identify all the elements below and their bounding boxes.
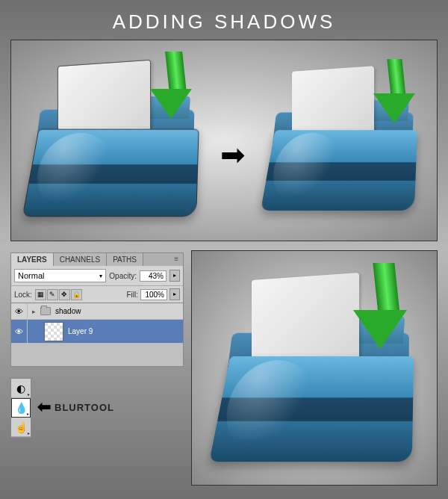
dodge-tool-icon[interactable]: ◐▸ — [11, 379, 31, 398]
smudge-tool-icon[interactable]: ☝▸ — [11, 418, 31, 437]
comparison-panel: ➡ — [10, 40, 438, 241]
opacity-label: Opacity: — [109, 272, 137, 280]
result-panel — [191, 250, 438, 486]
folder-before — [19, 48, 213, 235]
layer-thumbnail — [44, 322, 63, 341]
blur-tool-callout: ⬅ BLURTOOL — [37, 397, 114, 417]
group-name: shadow — [55, 307, 81, 315]
tools-strip: ◐▸ 💧▸ ☝▸ — [10, 378, 31, 438]
layer-name: Layer 9 — [68, 327, 93, 335]
folder-result — [207, 258, 431, 483]
tab-layers[interactable]: LAYERS — [11, 253, 54, 266]
folder-after — [258, 55, 429, 227]
visibility-toggle[interactable]: 👁 — [11, 303, 28, 319]
transition-arrow-icon: ➡ — [220, 137, 246, 172]
opacity-flyout-icon[interactable]: ▸ — [169, 270, 180, 282]
folder-icon — [40, 307, 51, 315]
layers-panel: LAYERS CHANNELS PATHS ≡ Normal ▾ Opacity… — [10, 252, 184, 367]
blur-tool-icon[interactable]: 💧▸ — [11, 398, 31, 418]
lock-all-icon[interactable]: 🔒 — [71, 289, 82, 300]
fill-label: Fill: — [126, 291, 138, 299]
visibility-toggle[interactable]: 👁 — [11, 320, 28, 343]
layer-row[interactable]: 👁 Layer 9 — [11, 320, 183, 344]
pointer-arrow-icon: ⬅ — [37, 397, 52, 417]
download-arrow-icon — [155, 52, 197, 126]
blend-mode-select[interactable]: Normal ▾ — [14, 269, 106, 282]
download-arrow-icon — [359, 263, 413, 357]
lock-paint-icon[interactable]: ✎ — [47, 289, 58, 300]
eye-icon: 👁 — [15, 327, 23, 336]
layers-empty-area — [11, 344, 183, 366]
download-arrow-icon — [378, 59, 416, 128]
blend-mode-value: Normal — [18, 271, 44, 280]
panel-menu-icon[interactable]: ≡ — [169, 253, 183, 266]
panel-tabs: LAYERS CHANNELS PATHS ≡ — [11, 253, 183, 266]
tab-paths[interactable]: PATHS — [107, 253, 143, 266]
tab-channels[interactable]: CHANNELS — [54, 253, 107, 266]
expand-triangle-icon[interactable]: ▸ — [32, 308, 36, 315]
lock-position-icon[interactable]: ✥ — [59, 289, 70, 300]
lock-transparent-icon[interactable]: ▦ — [35, 289, 46, 300]
chevron-down-icon: ▾ — [99, 273, 102, 279]
eye-icon: 👁 — [15, 307, 23, 316]
fill-flyout-icon[interactable]: ▸ — [169, 288, 180, 300]
layer-group-row[interactable]: 👁 ▸ shadow — [11, 303, 183, 320]
fill-input[interactable]: 100% — [140, 289, 167, 300]
blur-tool-label: BLURTOOL — [55, 402, 114, 413]
page-title: ADDING SHADOWS — [0, 0, 448, 40]
opacity-input[interactable]: 43% — [140, 270, 167, 282]
lock-label: Lock: — [14, 291, 32, 299]
